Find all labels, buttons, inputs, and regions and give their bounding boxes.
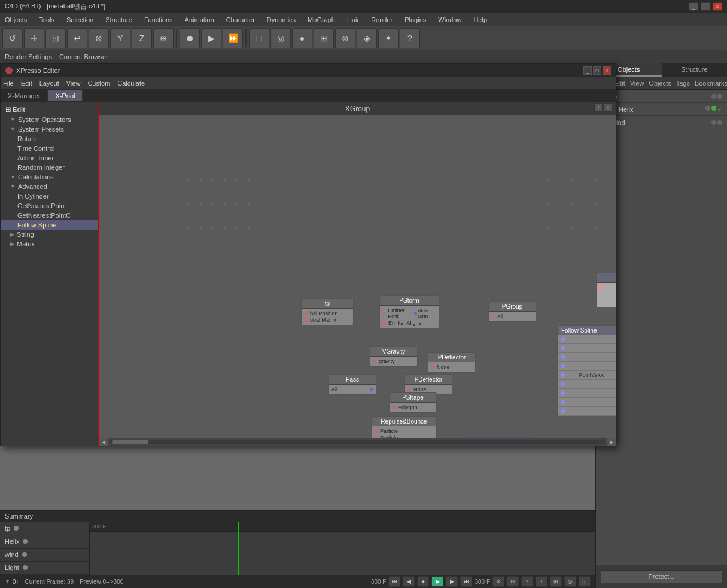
scroll-left[interactable]: ◀	[99, 438, 108, 446]
minimize-button[interactable]: _	[689, 2, 698, 11]
tab-structure[interactable]: Structure	[662, 63, 728, 77]
play-start[interactable]: ⏮	[388, 576, 400, 587]
fs-port-left-pv[interactable]	[561, 373, 565, 377]
tree-follow-spline[interactable]: Follow Spline	[1, 220, 98, 230]
render-settings-btn[interactable]: Render Settings	[5, 53, 52, 60]
xpresso-close[interactable]: X	[603, 66, 611, 75]
follow-spline-panel[interactable]: Follow Spline ↕ ↓ Poin tange	[557, 325, 616, 416]
fs-port-left-ks[interactable]	[561, 409, 565, 413]
port-in-pshape[interactable]	[392, 406, 396, 409]
tree-time-control[interactable]: Time Control	[1, 144, 98, 153]
menu-objects[interactable]: Objects	[2, 15, 29, 25]
tab-xmanager[interactable]: X-Manager	[1, 90, 48, 101]
scroll-thumb[interactable]	[112, 440, 148, 444]
fs-port-left-tv[interactable]	[561, 382, 565, 386]
tree-edit[interactable]: ⊞ Edit	[1, 105, 98, 115]
xpresso-minimize[interactable]: _	[583, 66, 592, 75]
tool-ff[interactable]: ⏩	[223, 28, 243, 48]
menu-hair[interactable]: Hair	[345, 15, 361, 25]
fs-port-left-veloci[interactable]	[561, 364, 565, 368]
xp-menu-view[interactable]: View	[66, 80, 81, 87]
menu-selection[interactable]: Selection	[64, 15, 96, 25]
fs-port-left-poin[interactable]	[561, 337, 565, 341]
xp-menu-calculate[interactable]: Calculate	[117, 80, 145, 87]
tool-world[interactable]: ⊕	[153, 28, 174, 48]
tool-array[interactable]: ⊞	[314, 28, 334, 48]
port-out-pass-all[interactable]	[370, 388, 373, 391]
tree-system-presets[interactable]: ▼ System Presets	[1, 124, 98, 134]
node-pstorm[interactable]: PStorm Emitter Posi rticle Birth Emitter…	[379, 295, 439, 328]
fs-port-left-di[interactable]	[561, 391, 565, 395]
play-btn[interactable]: ▶	[431, 576, 443, 587]
timeline-track[interactable]: 300 F	[90, 522, 595, 575]
port-in-pdef2[interactable]	[407, 388, 411, 391]
node-pdeflector1[interactable]: PDeflector None	[428, 352, 476, 373]
node-pdeflector2[interactable]: PDeflector None	[404, 374, 452, 395]
tool-sphere[interactable]: ●	[292, 28, 312, 48]
tree-advanced[interactable]: ▼ Advanced	[1, 182, 98, 191]
play-next[interactable]: ▶	[446, 576, 458, 587]
tool-undo[interactable]: ↩	[67, 28, 87, 48]
menu-mograph[interactable]: MoGraph	[305, 15, 337, 25]
xp-menu-file[interactable]: File	[3, 80, 14, 87]
xp-canvas[interactable]: XGroup ↕ ↓	[99, 102, 616, 446]
rp-menu-bookmarks[interactable]: Bookmarks	[695, 80, 727, 87]
tool-cube[interactable]: □	[249, 28, 269, 48]
node-pgroup[interactable]: PGroup All	[488, 301, 536, 322]
tool-redo[interactable]: ⊗	[89, 28, 109, 48]
tree-random-integer[interactable]: Random Integer	[1, 163, 98, 172]
xp-nav-up[interactable]: ↕	[594, 103, 603, 112]
fs-port-left-tange[interactable]	[561, 346, 565, 350]
tool-nurbs[interactable]: ◎	[270, 28, 291, 48]
tool-help[interactable]: ?	[400, 28, 420, 48]
tree-system-operators[interactable]: ▼ System Operators	[1, 115, 98, 124]
port-out-birth[interactable]	[414, 312, 417, 315]
maximize-button[interactable]: □	[701, 2, 710, 11]
menu-structure[interactable]: Structure	[103, 15, 135, 25]
port-in-obalmat[interactable]	[304, 318, 308, 322]
tree-getnearestpointc[interactable]: GetNearestPointC	[1, 211, 98, 220]
extra-btn1[interactable]: ⊗	[492, 576, 504, 587]
menu-tools[interactable]: Tools	[36, 15, 57, 25]
play-prev[interactable]: ◀	[403, 576, 415, 587]
node-pass[interactable]: Pass All	[328, 374, 376, 395]
extra-btn5[interactable]: ⊞	[550, 576, 562, 587]
rp-menu-tags[interactable]: Tags	[676, 80, 690, 87]
menu-dynamics[interactable]: Dynamics	[264, 15, 298, 25]
helix-port-left[interactable]	[599, 285, 604, 290]
port-in-gravity[interactable]	[373, 359, 376, 363]
extra-btn2[interactable]: ⊙	[507, 576, 519, 587]
port-in-emaln[interactable]	[382, 321, 386, 325]
tool-y[interactable]: Y	[110, 28, 130, 48]
tab-xpool[interactable]: X-Pool	[48, 90, 83, 101]
port-in-balpos[interactable]	[304, 312, 308, 315]
extra-btn6[interactable]: ◎	[564, 576, 576, 587]
canvas-scrollbar[interactable]: ◀ ▶	[99, 438, 616, 446]
tree-string[interactable]: ▶ String	[1, 230, 98, 239]
extra-btn3[interactable]: ?	[521, 576, 533, 587]
node-tp[interactable]: tp bal Position obal Matrix	[301, 298, 354, 325]
node-gravity[interactable]: VGravity gravity	[370, 346, 418, 367]
tool-deform[interactable]: ⊗	[335, 28, 355, 48]
menu-animation[interactable]: Animation	[182, 15, 217, 25]
menu-help[interactable]: Help	[471, 15, 489, 25]
tool-play[interactable]: ▶	[201, 28, 221, 48]
close-button[interactable]: X	[713, 2, 722, 11]
content-browser-btn[interactable]: Content Browser	[59, 53, 108, 60]
rp-menu-view[interactable]: View	[630, 80, 644, 87]
port-in-pdef1[interactable]	[431, 365, 434, 369]
fs-port-left-td[interactable]	[561, 400, 565, 404]
extra-btn4[interactable]: +	[536, 576, 547, 587]
tool-z[interactable]: Z	[132, 28, 152, 48]
menu-character[interactable]: Character	[224, 15, 257, 25]
tree-action-timer[interactable]: Action Timer	[1, 153, 98, 163]
helix-node[interactable]: Helix	[596, 273, 616, 307]
tree-calculations[interactable]: ▼ Calculations	[1, 172, 98, 182]
fs-port-left-positic[interactable]	[561, 355, 565, 359]
port-in-repulse1[interactable]	[374, 429, 378, 433]
protect-button[interactable]: Protect...	[601, 570, 722, 583]
tool-move[interactable]: ✛	[24, 28, 44, 48]
tool-rotate[interactable]: ↺	[2, 28, 23, 48]
node-pshape[interactable]: PShape Polygon	[389, 392, 437, 413]
tool-camera[interactable]: ◈	[357, 28, 377, 48]
